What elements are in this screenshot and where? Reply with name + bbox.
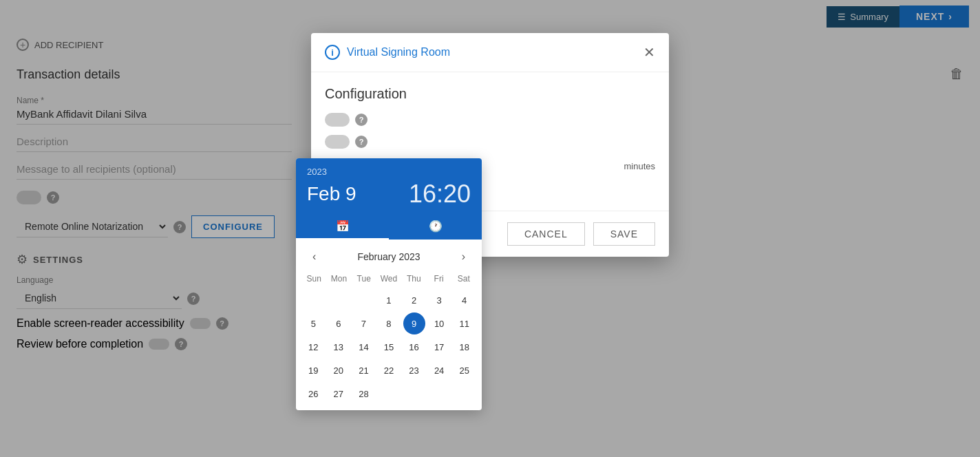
day-12[interactable]: 12 (302, 336, 324, 358)
modal-toggle-1[interactable] (325, 113, 350, 127)
modal-info-icon: i (325, 45, 340, 60)
day-8[interactable]: 8 (378, 312, 400, 334)
modal-info-1: ? (355, 114, 368, 126)
datepicker-date: Feb 9 (307, 183, 356, 205)
day-15[interactable]: 15 (378, 336, 400, 358)
clock-tab-icon: 🕐 (429, 220, 443, 233)
day-empty (352, 289, 374, 311)
day-3[interactable]: 3 (428, 289, 450, 311)
day-empty (454, 383, 476, 405)
datepicker-weekdays: Sun Mon Tue Wed Thu Fri Sat (301, 271, 476, 286)
save-button[interactable]: SAVE (593, 222, 655, 246)
day-4[interactable]: 4 (454, 289, 476, 311)
day-empty (302, 289, 324, 311)
day-17[interactable]: 17 (428, 336, 450, 358)
day-13[interactable]: 13 (328, 336, 350, 358)
modal-row-1: ? (325, 113, 655, 127)
weekday-thu: Thu (401, 271, 426, 286)
day-2[interactable]: 2 (403, 289, 425, 311)
day-18[interactable]: 18 (454, 336, 476, 358)
minutes-label: minutes (624, 161, 655, 171)
day-23[interactable]: 23 (403, 359, 425, 381)
weekday-sat: Sat (451, 271, 476, 286)
datepicker-calendar-tab[interactable]: 📅 (296, 214, 389, 240)
modal-title-row: i Virtual Signing Room (325, 45, 450, 60)
day-11[interactable]: 11 (454, 312, 476, 334)
day-21[interactable]: 21 (352, 359, 374, 381)
day-20[interactable]: 20 (328, 359, 350, 381)
calendar-tab-icon: 📅 (336, 220, 350, 233)
day-14[interactable]: 14 (352, 336, 374, 358)
datepicker-header: 2023 Feb 9 16:20 (296, 158, 482, 214)
day-16[interactable]: 16 (403, 336, 425, 358)
datepicker-prev-button[interactable]: ‹ (307, 248, 321, 266)
modal-close-button[interactable]: ✕ (643, 44, 655, 61)
modal-info-2: ? (355, 136, 368, 148)
weekday-mon: Mon (326, 271, 351, 286)
cancel-button[interactable]: CANCEL (507, 222, 585, 246)
weekday-sun: Sun (301, 271, 326, 286)
day-5[interactable]: 5 (302, 312, 324, 334)
datepicker-clock-tab[interactable]: 🕐 (389, 214, 482, 240)
config-title: Configuration (325, 86, 655, 102)
day-26[interactable]: 26 (302, 383, 324, 405)
day-27[interactable]: 27 (328, 383, 350, 405)
day-19[interactable]: 19 (302, 359, 324, 381)
modal-header: i Virtual Signing Room ✕ (311, 33, 669, 72)
modal-row-2: ? (325, 135, 655, 149)
day-22[interactable]: 22 (378, 359, 400, 381)
day-6[interactable]: 6 (328, 312, 350, 334)
day-25[interactable]: 25 (454, 359, 476, 381)
day-24[interactable]: 24 (428, 359, 450, 381)
datepicker-tabs: 📅 🕐 (296, 214, 482, 240)
datepicker-calendar: ‹ February 2023 › Sun Mon Tue Wed Thu Fr… (296, 240, 482, 410)
weekday-fri: Fri (426, 271, 451, 286)
modal-title: Virtual Signing Room (347, 46, 450, 59)
datepicker-next-button[interactable]: › (456, 248, 471, 266)
day-empty (428, 383, 450, 405)
datepicker: 2023 Feb 9 16:20 📅 🕐 ‹ February 2023 › S… (296, 158, 482, 410)
day-empty (328, 289, 350, 311)
datepicker-days: 1234567891011121314151617181920212223242… (301, 289, 476, 405)
datepicker-nav: ‹ February 2023 › (301, 245, 476, 268)
weekday-wed: Wed (376, 271, 401, 286)
day-7[interactable]: 7 (352, 312, 374, 334)
datepicker-date-time: Feb 9 16:20 (307, 180, 471, 209)
datepicker-year: 2023 (307, 167, 471, 177)
modal-toggle-2[interactable] (325, 135, 350, 149)
day-10[interactable]: 10 (428, 312, 450, 334)
weekday-tue: Tue (352, 271, 376, 286)
day-28[interactable]: 28 (352, 383, 374, 405)
datepicker-time: 16:20 (409, 180, 471, 209)
day-1[interactable]: 1 (378, 289, 400, 311)
day-9[interactable]: 9 (403, 312, 425, 334)
datepicker-month-year: February 2023 (357, 251, 420, 262)
day-empty (378, 383, 400, 405)
day-empty (403, 383, 425, 405)
